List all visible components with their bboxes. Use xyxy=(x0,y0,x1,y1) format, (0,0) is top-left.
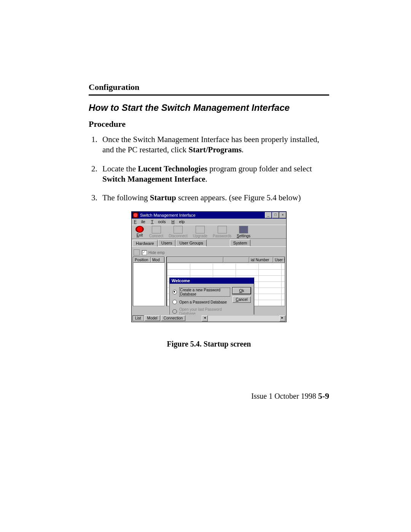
page-title: How to Start the Switch Management Inter… xyxy=(89,102,329,113)
exit-icon xyxy=(135,226,144,233)
scroll-left-button[interactable]: ◄ xyxy=(202,315,208,321)
col-blank1[interactable] xyxy=(167,257,223,263)
radio-open-last: Open your last Password Database xyxy=(172,307,230,315)
maximize-button[interactable]: □ xyxy=(272,212,279,218)
status-list: List xyxy=(132,315,144,321)
figure-container: Switch Management Interface _ □ × File T… xyxy=(89,211,329,348)
radio-icon xyxy=(172,309,177,314)
procedure-heading: Procedure xyxy=(89,119,329,129)
scroll-right-button[interactable]: ► xyxy=(279,315,285,321)
left-panel: Position Mod xyxy=(133,257,165,306)
toolbar-upgrade: Upgrade xyxy=(193,226,207,238)
disconnect-icon xyxy=(174,226,183,233)
passwords-icon xyxy=(218,226,227,233)
tab-users[interactable]: Users xyxy=(158,240,176,246)
section-header: Configuration xyxy=(89,82,329,92)
col-serial[interactable]: ial Number xyxy=(249,257,273,263)
toolbar-passwords: Passwords xyxy=(213,226,231,238)
radio-icon xyxy=(172,290,177,294)
dialog-title: Welcome xyxy=(170,278,254,283)
toolbar-connect: Connect xyxy=(149,226,163,238)
col-userco[interactable]: User Co xyxy=(273,257,285,263)
status-model[interactable]: Model xyxy=(145,315,160,321)
tab-system[interactable]: System xyxy=(230,240,251,246)
dialog-titlebar: Welcome xyxy=(169,278,254,284)
app-title: Switch Management Interface xyxy=(140,213,264,217)
page-footer: Issue 1 October 1998 5-9 xyxy=(251,391,329,401)
radio-icon xyxy=(172,300,177,304)
settings-icon xyxy=(239,226,248,233)
close-button[interactable]: × xyxy=(279,212,286,218)
cancel-button[interactable]: Cancel xyxy=(233,296,251,303)
menubar: File Tools Help xyxy=(132,219,286,225)
col-blank2[interactable] xyxy=(223,257,249,263)
app-icon xyxy=(132,212,139,218)
status-connection[interactable]: Connection xyxy=(161,315,186,321)
tab-strip: Hardware Users User Groups System xyxy=(132,239,286,246)
figure-caption: Figure 5.4. Startup screen xyxy=(89,340,329,348)
document-page: Configuration How to Start the Switch Ma… xyxy=(0,0,411,532)
step-3: The following Startup screen appears. (s… xyxy=(99,193,329,203)
toolbar: Exit Connect Disconnect Upgrade Password… xyxy=(132,225,286,239)
status-bar: List Model Connection ◄ ► xyxy=(132,315,286,322)
content-area: Hide emp Position Mod ial N xyxy=(132,246,286,315)
menu-tools[interactable]: Tools xyxy=(151,219,166,224)
app-titlebar: Switch Management Interface _ □ × xyxy=(132,212,286,219)
toolbar-disconnect: Disconnect xyxy=(169,226,187,238)
horizontal-scrollbar[interactable]: ◄ ► xyxy=(202,316,285,321)
menu-file[interactable]: File xyxy=(134,219,145,224)
step-2: Locate the Lucent Technologies program g… xyxy=(99,164,329,185)
tab-user-groups[interactable]: User Groups xyxy=(176,240,206,246)
filter-row: Hide emp xyxy=(133,248,285,257)
horizontal-rule xyxy=(89,94,329,96)
upgrade-icon xyxy=(196,226,205,233)
tab-hardware[interactable]: Hardware xyxy=(132,240,158,246)
col-mod[interactable]: Mod xyxy=(151,257,164,263)
toolbar-exit[interactable]: Exit xyxy=(135,226,144,238)
radio-create[interactable]: Create a new Password Database xyxy=(172,288,230,297)
step-1: Once the Switch Management Interface has… xyxy=(99,134,329,155)
search-icon[interactable] xyxy=(134,249,140,256)
welcome-dialog: Welcome Create a new Password Database O… xyxy=(169,277,254,315)
hide-label: Hide emp xyxy=(148,251,165,255)
ok-button[interactable]: Ok xyxy=(233,288,251,294)
app-window: Switch Management Interface _ □ × File T… xyxy=(131,211,287,322)
toolbar-settings[interactable]: Settings xyxy=(237,226,250,238)
minimize-button[interactable]: _ xyxy=(265,212,272,218)
radio-open[interactable]: Open a Password Database xyxy=(172,300,230,304)
menu-help[interactable]: Help xyxy=(172,219,185,224)
col-position[interactable]: Position xyxy=(133,257,151,263)
procedure-list: Once the Switch Management Interface has… xyxy=(99,134,329,203)
hide-checkbox[interactable] xyxy=(142,250,147,255)
connect-icon xyxy=(152,226,161,233)
